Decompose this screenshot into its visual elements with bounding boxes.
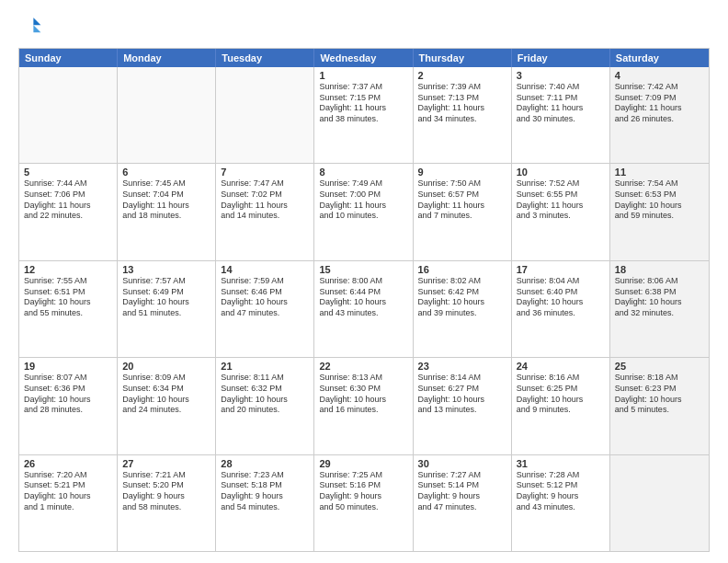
calendar-cell-r4-c5: 31Sunrise: 7:28 AM Sunset: 5:12 PM Dayli… [512, 455, 610, 551]
header-cell-saturday: Saturday [610, 49, 709, 67]
cell-text: Sunrise: 8:14 AM Sunset: 6:27 PM Dayligh… [418, 373, 506, 416]
calendar-cell-r1-c6: 11Sunrise: 7:54 AM Sunset: 6:53 PM Dayli… [610, 164, 709, 259]
cell-text: Sunrise: 7:45 AM Sunset: 7:04 PM Dayligh… [122, 178, 210, 222]
cell-text: Sunrise: 8:02 AM Sunset: 6:42 PM Dayligh… [418, 276, 506, 319]
svg-marker-0 [33, 17, 40, 25]
calendar-body: 1Sunrise: 7:37 AM Sunset: 7:15 PM Daylig… [19, 67, 709, 551]
day-number: 11 [615, 167, 704, 178]
page: SundayMondayTuesdayWednesdayThursdayFrid… [0, 0, 728, 563]
calendar-cell-r0-c0 [19, 67, 118, 163]
day-number: 25 [615, 361, 704, 372]
cell-text: Sunrise: 7:39 AM Sunset: 7:13 PM Dayligh… [418, 82, 506, 125]
day-number: 6 [122, 167, 210, 178]
day-number: 23 [418, 361, 506, 372]
day-number: 17 [517, 264, 605, 275]
calendar-cell-r0-c2 [216, 67, 314, 163]
day-number: 22 [319, 361, 407, 372]
calendar-cell-r1-c2: 7Sunrise: 7:47 AM Sunset: 7:02 PM Daylig… [216, 164, 314, 259]
calendar-cell-r1-c0: 5Sunrise: 7:44 AM Sunset: 7:06 PM Daylig… [19, 164, 118, 259]
calendar-row-1: 5Sunrise: 7:44 AM Sunset: 7:06 PM Daylig… [19, 163, 709, 259]
calendar-cell-r3-c1: 20Sunrise: 8:09 AM Sunset: 6:34 PM Dayli… [118, 358, 216, 454]
calendar-row-3: 19Sunrise: 8:07 AM Sunset: 6:36 PM Dayli… [19, 357, 709, 454]
day-number: 9 [418, 167, 506, 178]
cell-text: Sunrise: 7:21 AM Sunset: 5:20 PM Dayligh… [122, 470, 210, 513]
calendar-cell-r2-c2: 14Sunrise: 7:59 AM Sunset: 6:46 PM Dayli… [216, 261, 314, 357]
cell-text: Sunrise: 7:59 AM Sunset: 6:46 PM Dayligh… [221, 276, 309, 319]
header-cell-tuesday: Tuesday [216, 49, 314, 67]
logo-icon [20, 15, 42, 37]
cell-text: Sunrise: 7:57 AM Sunset: 6:49 PM Dayligh… [122, 276, 210, 319]
day-number: 4 [615, 70, 704, 81]
calendar-cell-r0-c4: 2Sunrise: 7:39 AM Sunset: 7:13 PM Daylig… [414, 67, 512, 163]
cell-text: Sunrise: 7:23 AM Sunset: 5:18 PM Dayligh… [221, 470, 309, 513]
day-number: 13 [122, 264, 210, 275]
calendar-cell-r4-c6 [610, 455, 709, 551]
cell-text: Sunrise: 7:25 AM Sunset: 5:16 PM Dayligh… [319, 470, 407, 513]
calendar-cell-r0-c5: 3Sunrise: 7:40 AM Sunset: 7:11 PM Daylig… [512, 67, 610, 163]
day-number: 18 [615, 264, 704, 275]
day-number: 16 [418, 264, 506, 275]
day-number: 7 [221, 167, 309, 178]
cell-text: Sunrise: 8:04 AM Sunset: 6:40 PM Dayligh… [517, 276, 605, 319]
day-number: 3 [517, 70, 605, 81]
calendar-cell-r3-c0: 19Sunrise: 8:07 AM Sunset: 6:36 PM Dayli… [19, 358, 118, 454]
day-number: 31 [517, 458, 605, 469]
day-number: 2 [418, 70, 506, 81]
day-number: 5 [24, 167, 112, 178]
calendar-cell-r3-c2: 21Sunrise: 8:11 AM Sunset: 6:32 PM Dayli… [216, 358, 314, 454]
cell-text: Sunrise: 8:00 AM Sunset: 6:44 PM Dayligh… [319, 276, 407, 319]
header [18, 15, 710, 40]
day-number: 28 [221, 458, 309, 469]
cell-text: Sunrise: 7:52 AM Sunset: 6:55 PM Dayligh… [517, 178, 605, 222]
cell-text: Sunrise: 8:18 AM Sunset: 6:23 PM Dayligh… [615, 373, 704, 416]
calendar-row-2: 12Sunrise: 7:55 AM Sunset: 6:51 PM Dayli… [19, 260, 709, 357]
calendar-row-0: 1Sunrise: 7:37 AM Sunset: 7:15 PM Daylig… [19, 67, 709, 163]
calendar-cell-r2-c4: 16Sunrise: 8:02 AM Sunset: 6:42 PM Dayli… [414, 261, 512, 357]
calendar: SundayMondayTuesdayWednesdayThursdayFrid… [18, 48, 710, 552]
calendar-cell-r3-c6: 25Sunrise: 8:18 AM Sunset: 6:23 PM Dayli… [610, 358, 709, 454]
cell-text: Sunrise: 7:50 AM Sunset: 6:57 PM Dayligh… [418, 178, 506, 222]
cell-text: Sunrise: 7:37 AM Sunset: 7:15 PM Dayligh… [319, 82, 407, 125]
header-cell-thursday: Thursday [414, 49, 512, 67]
header-cell-sunday: Sunday [19, 49, 118, 67]
day-number: 14 [221, 264, 309, 275]
calendar-cell-r4-c4: 30Sunrise: 7:27 AM Sunset: 5:14 PM Dayli… [414, 455, 512, 551]
cell-text: Sunrise: 8:11 AM Sunset: 6:32 PM Dayligh… [221, 373, 309, 416]
calendar-cell-r1-c1: 6Sunrise: 7:45 AM Sunset: 7:04 PM Daylig… [118, 164, 216, 259]
calendar-row-4: 26Sunrise: 7:20 AM Sunset: 5:21 PM Dayli… [19, 454, 709, 551]
calendar-cell-r1-c3: 8Sunrise: 7:49 AM Sunset: 7:00 PM Daylig… [314, 164, 413, 259]
calendar-cell-r2-c0: 12Sunrise: 7:55 AM Sunset: 6:51 PM Dayli… [19, 261, 118, 357]
cell-text: Sunrise: 8:06 AM Sunset: 6:38 PM Dayligh… [615, 276, 704, 319]
cell-text: Sunrise: 7:44 AM Sunset: 7:06 PM Dayligh… [24, 178, 112, 222]
calendar-cell-r2-c1: 13Sunrise: 7:57 AM Sunset: 6:49 PM Dayli… [118, 261, 216, 357]
calendar-cell-r3-c4: 23Sunrise: 8:14 AM Sunset: 6:27 PM Dayli… [414, 358, 512, 454]
day-number: 8 [319, 167, 407, 178]
day-number: 15 [319, 264, 407, 275]
logo [18, 15, 42, 40]
day-number: 12 [24, 264, 112, 275]
svg-marker-1 [33, 25, 40, 32]
calendar-cell-r1-c4: 9Sunrise: 7:50 AM Sunset: 6:57 PM Daylig… [414, 164, 512, 259]
calendar-cell-r4-c2: 28Sunrise: 7:23 AM Sunset: 5:18 PM Dayli… [216, 455, 314, 551]
calendar-cell-r4-c1: 27Sunrise: 7:21 AM Sunset: 5:20 PM Dayli… [118, 455, 216, 551]
calendar-cell-r2-c5: 17Sunrise: 8:04 AM Sunset: 6:40 PM Dayli… [512, 261, 610, 357]
cell-text: Sunrise: 7:55 AM Sunset: 6:51 PM Dayligh… [24, 276, 112, 319]
cell-text: Sunrise: 7:27 AM Sunset: 5:14 PM Dayligh… [418, 470, 506, 513]
day-number: 30 [418, 458, 506, 469]
cell-text: Sunrise: 7:47 AM Sunset: 7:02 PM Dayligh… [221, 178, 309, 222]
cell-text: Sunrise: 8:13 AM Sunset: 6:30 PM Dayligh… [319, 373, 407, 416]
day-number: 24 [517, 361, 605, 372]
calendar-header: SundayMondayTuesdayWednesdayThursdayFrid… [19, 49, 709, 67]
day-number: 27 [122, 458, 210, 469]
header-cell-friday: Friday [512, 49, 610, 67]
day-number: 19 [24, 361, 112, 372]
calendar-cell-r4-c0: 26Sunrise: 7:20 AM Sunset: 5:21 PM Dayli… [19, 455, 118, 551]
cell-text: Sunrise: 8:09 AM Sunset: 6:34 PM Dayligh… [122, 373, 210, 416]
calendar-cell-r3-c5: 24Sunrise: 8:16 AM Sunset: 6:25 PM Dayli… [512, 358, 610, 454]
cell-text: Sunrise: 7:40 AM Sunset: 7:11 PM Dayligh… [517, 82, 605, 125]
cell-text: Sunrise: 7:42 AM Sunset: 7:09 PM Dayligh… [615, 82, 704, 125]
cell-text: Sunrise: 8:16 AM Sunset: 6:25 PM Dayligh… [517, 373, 605, 416]
day-number: 20 [122, 361, 210, 372]
calendar-cell-r0-c6: 4Sunrise: 7:42 AM Sunset: 7:09 PM Daylig… [610, 67, 709, 163]
day-number: 26 [24, 458, 112, 469]
